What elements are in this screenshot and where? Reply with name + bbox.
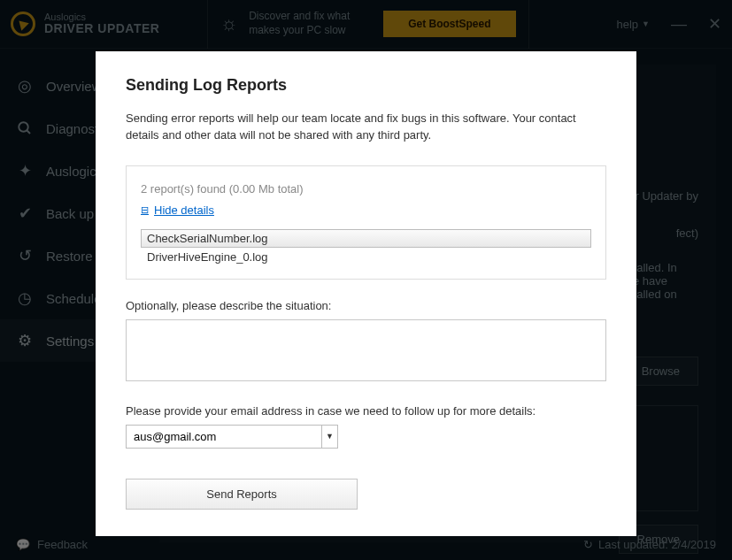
dialog-close-button[interactable]: ✖ — [620, 53, 732, 76]
situation-label: Optionally, please describe the situatio… — [126, 299, 606, 312]
dialog-description: Sending error reports will help our team… — [126, 111, 606, 144]
email-label: Please provide your email address in cas… — [126, 404, 606, 418]
reports-summary: 2 report(s) found (0.00 Mb total) — [141, 182, 591, 196]
hide-details-link[interactable]: ⊟ Hide details — [141, 203, 214, 217]
log-list: CheckSerialNumber.log DriverHiveEngine_0… — [141, 229, 591, 266]
collapse-icon: ⊟ — [141, 204, 149, 216]
situation-input[interactable] — [126, 319, 606, 381]
dialog-title: Sending Log Reports — [126, 76, 606, 95]
hide-details-label: Hide details — [154, 203, 214, 217]
send-reports-button[interactable]: Send Reports — [126, 479, 358, 510]
log-item[interactable]: CheckSerialNumber.log — [141, 229, 591, 248]
log-item[interactable]: DriverHiveEngine_0.log — [141, 248, 591, 266]
email-dropdown-button[interactable]: ▼ — [322, 425, 338, 449]
email-input[interactable] — [126, 425, 322, 449]
send-log-dialog: Sending Log Reports Sending error report… — [96, 51, 636, 536]
reports-panel: 2 report(s) found (0.00 Mb total) ⊟ Hide… — [126, 165, 606, 280]
